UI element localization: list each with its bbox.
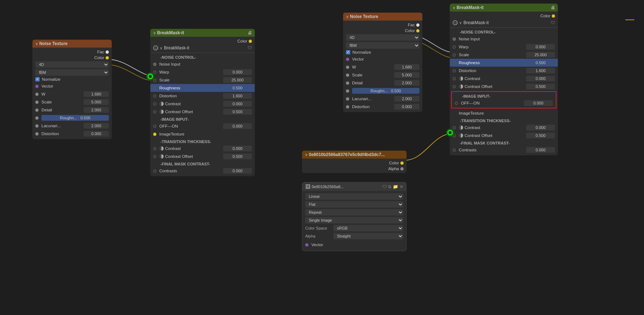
- vector-socket-1[interactable]: [35, 85, 39, 88]
- lacunarity-socket-1[interactable]: [35, 124, 39, 128]
- it-vector-label: Vector: [311, 243, 403, 247]
- bm2-scale-field[interactable]: 25.000: [526, 52, 555, 58]
- distortion-field-2[interactable]: 0.000: [394, 104, 419, 110]
- bm2-warp-field[interactable]: 0.000: [526, 44, 555, 50]
- bm1-offon-label: OFF---ON: [159, 124, 222, 128]
- bm1-tt-contrast-field[interactable]: 0.000: [223, 146, 252, 151]
- w-socket-2[interactable]: [346, 66, 349, 69]
- collapse-chevron-1[interactable]: ∨: [35, 42, 38, 46]
- w-field-2[interactable]: 1.680: [394, 64, 419, 70]
- detail-socket-1[interactable]: [35, 108, 39, 112]
- it-vector-socket[interactable]: [305, 243, 308, 247]
- roughness-socket-2[interactable]: [346, 89, 349, 93]
- globe-icon-bm2: [453, 20, 458, 25]
- bm2-roughness-field[interactable]: 0.500: [526, 60, 555, 66]
- distortion-socket-2[interactable]: [346, 105, 349, 108]
- bm1-offon-field[interactable]: 0.000: [223, 123, 252, 129]
- copy-icon-popup[interactable]: ⧉: [388, 184, 391, 189]
- bm2-subtitle: BreakMask-it: [463, 20, 489, 25]
- bm2-contrasts-field[interactable]: 0.000: [526, 147, 555, 153]
- w-row-2: W 1.680: [343, 63, 422, 71]
- bm2-noise-input-socket[interactable]: [453, 37, 456, 41]
- roughness-field-2[interactable]: Roughn... 0.500: [352, 88, 419, 94]
- bm2-distortion-field[interactable]: 1.600: [526, 68, 555, 74]
- bm1-distortion-field[interactable]: 1.600: [223, 93, 252, 99]
- bm1-roughness-field[interactable]: 0.500: [223, 85, 252, 91]
- bm1-tt-contrast-offset-socket: [153, 155, 156, 158]
- collapse-chevron-bm1[interactable]: ∨: [153, 31, 156, 35]
- collapse-chevron-2[interactable]: ∨: [346, 15, 348, 19]
- color-socket[interactable]: [106, 56, 109, 59]
- alpha-dropdown[interactable]: Straight: [333, 233, 403, 239]
- warp-field-1[interactable]: 0.000: [223, 69, 252, 75]
- alpha-label-popup: Alpha: [305, 234, 330, 238]
- bm2-tt-contrast-field[interactable]: 0.000: [526, 125, 555, 130]
- bm1-color-socket[interactable]: [249, 40, 252, 43]
- dimension-dropdown-2[interactable]: 4D: [346, 34, 419, 41]
- printer-icon-bm2[interactable]: 🖨: [551, 5, 555, 10]
- it-color-socket[interactable]: [400, 161, 404, 165]
- green-connector-2[interactable]: [446, 129, 454, 137]
- fac-socket-2[interactable]: [416, 23, 419, 27]
- collapse-chevron-it[interactable]: ∨: [305, 153, 307, 157]
- bm1-scale-field[interactable]: 25.000: [223, 77, 252, 83]
- detail-field-1[interactable]: 2.000: [84, 107, 109, 113]
- scale-field-2[interactable]: 5.000: [394, 72, 419, 78]
- roughness-socket-1[interactable]: [35, 116, 39, 120]
- lacunarity-field-2[interactable]: 2.000: [394, 96, 419, 102]
- green-connector-1[interactable]: [146, 72, 154, 80]
- detail-field-2[interactable]: 2.000: [394, 80, 419, 86]
- bm2-warp-socket: [453, 45, 456, 49]
- dimension-dropdown-1[interactable]: 4D: [35, 61, 109, 68]
- normalize-label-2: Normalize: [352, 50, 419, 54]
- bm2-contrast-offset-field[interactable]: 0.500: [526, 84, 555, 89]
- vector-socket-2[interactable]: [346, 58, 349, 61]
- detail-socket-2[interactable]: [346, 81, 349, 85]
- distortion-socket-1[interactable]: [35, 132, 39, 136]
- bm1-contrasts-field[interactable]: 0.000: [223, 168, 252, 174]
- bm1-imagetex-socket[interactable]: [153, 133, 156, 136]
- bm1-contrasts-label: Contrasts: [159, 169, 222, 173]
- extension-dropdown[interactable]: Repeat: [305, 209, 403, 216]
- bm1-contrast-field[interactable]: 0.000: [223, 101, 252, 107]
- image-popup-header: 🖼 0e8010b2566a8... 🛡 ⧉ 📁 ✕: [302, 182, 406, 191]
- projection-dropdown[interactable]: Flat: [305, 201, 403, 208]
- bm1-tt-contrast-offset-field[interactable]: 0.500: [223, 154, 252, 159]
- interpolation-dropdown[interactable]: Linear: [305, 193, 403, 200]
- w-field-1[interactable]: 1.680: [84, 91, 109, 97]
- w-socket-1[interactable]: [35, 93, 39, 96]
- color-socket-2[interactable]: [416, 29, 419, 32]
- normalize-checkbox-2[interactable]: [346, 50, 350, 54]
- it-alpha-socket[interactable]: [400, 167, 404, 170]
- source-dropdown[interactable]: Single Image: [305, 217, 403, 223]
- distortion-field-1[interactable]: 0.000: [84, 131, 109, 137]
- bm2-offon-field[interactable]: 0.000: [524, 100, 553, 106]
- scale-socket-2[interactable]: [346, 74, 349, 77]
- folder-icon-popup[interactable]: 📁: [393, 184, 398, 189]
- detail-row-2: Detail 2.000: [343, 79, 422, 87]
- fac-socket[interactable]: [106, 50, 109, 54]
- lacunarity-field-1[interactable]: 2.000: [84, 123, 109, 129]
- scale-socket-1[interactable]: [35, 101, 39, 104]
- bm2-color-socket[interactable]: [552, 14, 555, 18]
- warp-label-1: Warp: [159, 70, 222, 74]
- bm1-contrast-offset-field[interactable]: 0.500: [223, 109, 252, 115]
- noise-type-dropdown-2[interactable]: fBM: [346, 42, 419, 49]
- collapse-chevron-bm2[interactable]: ∨: [453, 6, 455, 10]
- breakmask-node-1: ∨ BreakMask-it 🖨 Color ∨ BreakMask-it 🛡 …: [150, 29, 255, 176]
- contrast-icon-1: [159, 102, 164, 106]
- bm2-contrast-field[interactable]: 0.000: [526, 76, 555, 81]
- close-icon-popup[interactable]: ✕: [400, 184, 403, 189]
- noise-input-socket-1[interactable]: [153, 63, 156, 66]
- colorspace-dropdown[interactable]: sRGB: [333, 225, 403, 231]
- noise-type-dropdown-1[interactable]: fBM: [35, 69, 109, 76]
- shield-icon-bm2: 🛡: [551, 20, 555, 25]
- normalize-checkbox-1[interactable]: [35, 77, 40, 81]
- lacunarity-label-1: Lacunari...: [41, 124, 82, 128]
- roughness-field-1[interactable]: Roughn... 0.500: [41, 115, 109, 121]
- scale-row-1: Scale 5.000: [32, 98, 112, 106]
- bm2-tt-contrast-offset-field[interactable]: 0.500: [526, 133, 555, 138]
- printer-icon-bm1[interactable]: 🖨: [248, 30, 252, 35]
- lacunarity-socket-2[interactable]: [346, 97, 349, 101]
- scale-field-1[interactable]: 5.000: [84, 99, 109, 105]
